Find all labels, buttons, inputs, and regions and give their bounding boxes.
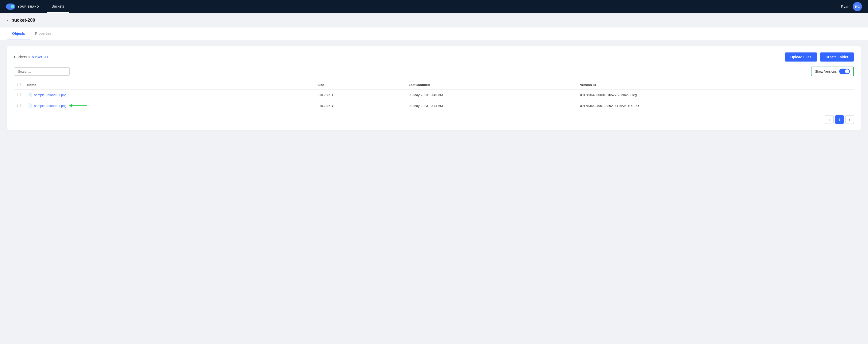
pagination-row: ‹ 1 › [14,115,854,124]
col-checkbox [14,80,24,90]
row-last-modified-cell: 09-May-2023 10:44 AM [406,100,577,111]
breadcrumb-root: Buckets [14,55,27,59]
row-version-id-cell: 001683643495198892141-cvvKRT492O [577,100,854,111]
toolbar-row: Buckets > bucket-200 Upload Files Create… [14,53,854,62]
row-checkbox-1[interactable] [17,104,21,107]
brand-logo: YOUR BRAND [6,3,39,9]
page-1-button[interactable]: 1 [835,115,844,124]
row-size-cell: 210.78 KB [314,90,405,100]
show-versions-toggle[interactable] [839,69,850,74]
breadcrumb-nav: Buckets > bucket-200 [14,55,49,59]
upload-files-button[interactable]: Upload Files [785,53,817,62]
nav-right: Ryan RC [841,2,862,11]
row-name-cell: 📄 sample-upload 01.png [24,100,314,111]
create-folder-button[interactable]: Create Folder [820,53,854,62]
next-page-button[interactable]: › [845,115,854,124]
file-link-1[interactable]: sample-upload 01.png [34,104,67,108]
row-size-cell: 210.78 KB [314,100,405,111]
table-row: 📄 sample-upload 01.png 210.78 KB 09-May-… [14,90,854,100]
breadcrumb-link[interactable]: bucket-200 [32,55,49,59]
row-checkbox-cell [14,100,24,111]
avatar[interactable]: RC [853,2,862,11]
col-last-modified: Last Modified [406,80,577,90]
row-name-cell: 📄 sample-upload 01.png [24,90,314,100]
file-table: Name Size Last Modified Version ID 📄 sam… [14,80,854,111]
tab-section: Objects Properties [0,28,868,40]
file-icon: 📄 [27,103,32,108]
tab-properties[interactable]: Properties [30,28,56,40]
brand-name: YOUR BRAND [18,5,39,8]
main-content: Buckets > bucket-200 Upload Files Create… [0,40,868,136]
breadcrumb-bar: ‹ bucket-200 [0,13,868,28]
bucket-title: bucket-200 [11,18,35,23]
col-name: Name [24,80,314,90]
content-card: Buckets > bucket-200 Upload Files Create… [7,46,861,130]
back-arrow-icon[interactable]: ‹ [7,18,8,23]
row-checkbox-0[interactable] [17,93,21,96]
nav-tab-buckets[interactable]: Buckets [47,0,69,13]
show-versions-label: Show Versions [815,70,837,73]
action-buttons: Upload Files Create Folder [785,53,854,62]
table-row: 📄 sample-upload 01.png 210.78 KB 09-May-… [14,100,854,111]
file-link-0[interactable]: sample-upload 01.png [34,93,67,97]
table-header: Name Size Last Modified Version ID [14,80,854,90]
user-name-label: Ryan [841,4,849,8]
show-versions-box: Show Versions [811,67,854,76]
search-input[interactable] [14,67,70,76]
version-arrow-icon [69,104,89,107]
table-body: 📄 sample-upload 01.png 210.78 KB 09-May-… [14,90,854,111]
col-version-id: Version ID [577,80,854,90]
logo-icon [6,3,15,9]
row-checkbox-cell [14,90,24,100]
filter-row: Show Versions [14,67,854,76]
row-last-modified-cell: 09-May-2023 10:45 AM [406,90,577,100]
col-size: Size [314,80,405,90]
nav-tabs: Buckets [47,0,69,13]
select-all-checkbox[interactable] [17,83,21,86]
prev-page-button[interactable]: ‹ [825,115,834,124]
breadcrumb-separator: > [28,55,30,59]
tab-objects[interactable]: Objects [7,28,30,40]
top-navigation: YOUR BRAND Buckets Ryan RC [0,0,868,13]
file-icon: 📄 [27,93,32,97]
row-version-id-cell: 00168364350001910527S-3NI4hF8leg [577,90,854,100]
